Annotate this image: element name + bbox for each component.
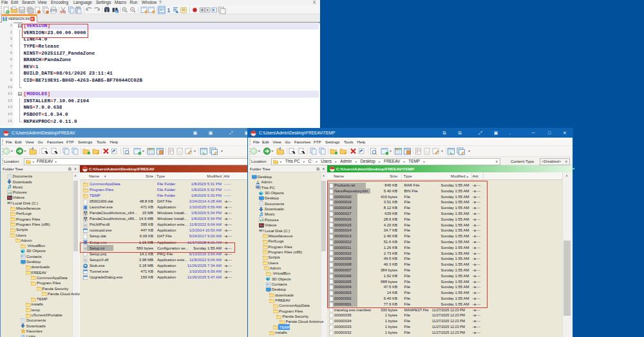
svg-text:1: 1 — [167, 7, 171, 14]
